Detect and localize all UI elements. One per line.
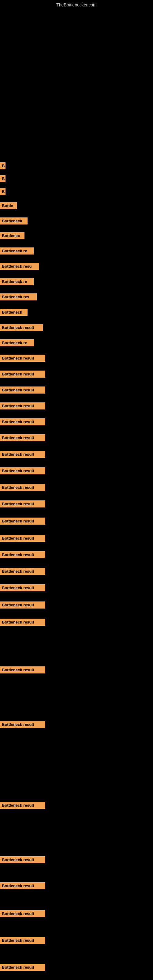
bottleneck-result-item: Bottleneck result xyxy=(0,568,45,575)
bottleneck-result-item: Bottleneck result xyxy=(0,324,43,331)
bottleneck-result-item: Bottleneck result xyxy=(0,964,45,971)
bottleneck-result-item: Bottleneck result xyxy=(0,418,45,425)
bottleneck-result-item: Bottleneck re xyxy=(0,339,34,346)
bottleneck-result-item: Bottleneck result xyxy=(0,517,45,525)
bottleneck-result-item: Bottlenec xyxy=(0,232,24,239)
bottleneck-result-item: Bottleneck result xyxy=(0,856,45,863)
bottleneck-result-item: Bottleneck result xyxy=(0,937,45,944)
site-title: TheBottlenecker.com xyxy=(0,0,153,9)
bottleneck-result-item: Bottleneck result xyxy=(0,882,45,889)
bottleneck-result-item: Bottleneck result xyxy=(0,721,45,728)
bottleneck-result-item: Bottleneck result xyxy=(0,434,45,441)
bottleneck-result-item: Bottleneck xyxy=(0,218,27,224)
bottleneck-result-item: Bottleneck result xyxy=(0,484,45,491)
bottleneck-result-item: Bottleneck result xyxy=(0,619,45,626)
bottleneck-result-item: Bottleneck result xyxy=(0,500,45,508)
bottleneck-result-item: Bottleneck result xyxy=(0,451,45,458)
bottleneck-result-item: B xyxy=(0,175,5,182)
bottleneck-result-item: Bottleneck result xyxy=(0,355,45,362)
bottleneck-result-item: Bottleneck result xyxy=(0,601,45,609)
bottleneck-result-item: Bottleneck result xyxy=(0,371,45,378)
bottleneck-result-item: B xyxy=(0,188,5,195)
bottleneck-result-item: Bottleneck result xyxy=(0,551,45,558)
bottleneck-result-item: Bottleneck result xyxy=(0,387,45,393)
bottleneck-result-item: Bottleneck result xyxy=(0,802,45,809)
bottleneck-result-item: Bottleneck result xyxy=(0,535,45,542)
bottleneck-result-item: Bottleneck result xyxy=(0,667,45,673)
bottleneck-result-item: Bottleneck resu xyxy=(0,263,39,270)
bottleneck-result-item: Bottleneck re xyxy=(0,278,33,285)
bottleneck-result-item: Bottleneck xyxy=(0,309,27,316)
bottleneck-result-item: Bottle xyxy=(0,202,17,209)
bottleneck-result-item: Bottleneck res xyxy=(0,293,37,301)
bottleneck-result-item: Bottleneck result xyxy=(0,467,45,474)
bottleneck-result-item: Bottleneck result xyxy=(0,402,45,409)
bottleneck-result-item: Bottleneck result xyxy=(0,910,45,917)
bottleneck-result-item: Bottleneck result xyxy=(0,584,45,591)
bottleneck-result-item: Bottleneck re xyxy=(0,247,33,255)
bottleneck-result-item: B xyxy=(0,162,5,169)
